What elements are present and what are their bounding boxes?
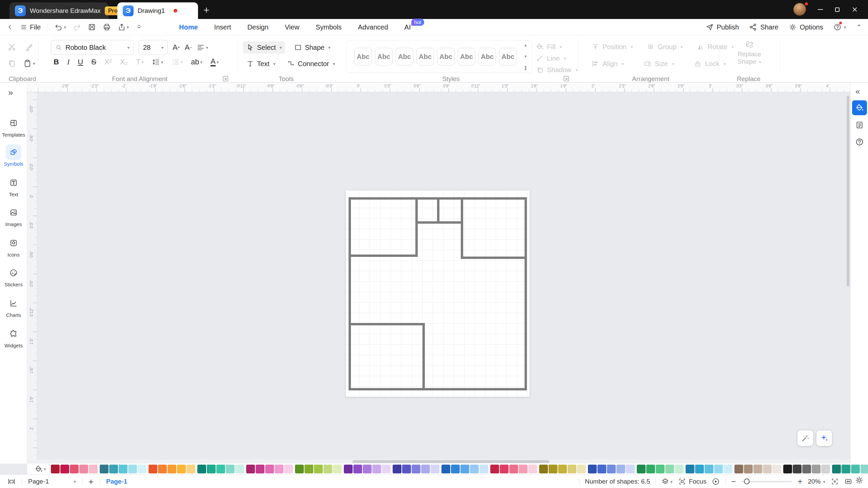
color-swatch[interactable] [832, 465, 841, 473]
menu-insert[interactable]: Insert [214, 23, 231, 31]
color-swatch[interactable] [744, 465, 753, 473]
color-swatch[interactable] [577, 465, 586, 473]
color-swatch[interactable] [60, 465, 69, 473]
select-tool-button[interactable]: Select▾ [243, 41, 285, 54]
horizontal-scrollbar-thumb[interactable] [353, 460, 549, 463]
color-swatch[interactable] [528, 465, 537, 473]
color-swatch[interactable] [851, 465, 860, 473]
style-preset-6[interactable]: Abc [458, 48, 475, 65]
color-swatch[interactable] [753, 465, 762, 473]
lock-button[interactable]: Lock▾ [694, 60, 726, 68]
page-tab-active[interactable]: Page-1 [106, 478, 127, 485]
page-settings-panel-button[interactable] [855, 121, 864, 131]
color-swatch[interactable] [235, 465, 244, 473]
back-icon[interactable] [7, 24, 14, 30]
text-style-ab-button[interactable]: ab▾ [191, 58, 202, 66]
color-swatch[interactable] [119, 465, 127, 473]
color-swatch[interactable] [323, 465, 332, 473]
align-button[interactable]: Align▾ [591, 60, 624, 68]
color-swatch[interactable] [353, 465, 362, 473]
color-swatch[interactable] [89, 465, 98, 473]
collapse-ribbon-button[interactable]: ⌃ [856, 23, 862, 31]
font-size-select[interactable]: 28 ▾ [139, 40, 168, 55]
style-scroll-up[interactable]: ▴ [524, 42, 527, 47]
sidebar-item-templates[interactable]: Templates [0, 115, 27, 138]
format-painter-icon[interactable] [24, 43, 33, 52]
subscript-button[interactable]: X₂ [120, 58, 128, 66]
color-swatch[interactable] [626, 465, 635, 473]
replace-shape-button[interactable]: Replace Shape ▾ [726, 40, 773, 65]
ai-assistant-button[interactable] [816, 430, 832, 446]
user-avatar[interactable] [793, 3, 806, 16]
color-swatch[interactable] [734, 465, 743, 473]
sidebar-item-symbols[interactable]: Symbols [0, 144, 27, 167]
color-swatch[interactable] [344, 465, 353, 473]
shape-tool-button[interactable]: Shape▾ [294, 43, 330, 52]
sidebar-item-icons[interactable]: Icons [0, 235, 27, 258]
bold-button[interactable]: B [54, 58, 59, 66]
color-swatch[interactable] [167, 465, 176, 473]
color-swatch[interactable] [314, 465, 323, 473]
tab-home-edrawmax[interactable]: Э Wondershare EdrawMax Pro [9, 2, 108, 19]
menu-symbols[interactable]: Symbols [316, 23, 342, 31]
color-swatch[interactable] [412, 465, 420, 473]
color-swatch[interactable] [51, 465, 60, 473]
color-swatch[interactable] [186, 465, 195, 473]
style-preset-8[interactable]: Abc [499, 48, 517, 65]
color-swatch[interactable] [646, 465, 655, 473]
fill-button[interactable]: Fill▾ [536, 43, 562, 51]
color-swatch[interactable] [207, 465, 216, 473]
color-swatch[interactable] [265, 465, 274, 473]
color-swatch[interactable] [470, 465, 479, 473]
color-swatch[interactable] [597, 465, 606, 473]
color-swatch[interactable] [588, 465, 597, 473]
color-swatch[interactable] [705, 465, 713, 473]
color-swatch[interactable] [216, 465, 225, 473]
style-scroll-down[interactable]: ▾ [524, 54, 527, 59]
help-button[interactable]: ▾ [833, 23, 846, 31]
color-swatch[interactable] [549, 465, 557, 473]
text-case-button[interactable]: T▾ [136, 58, 144, 66]
color-swatch[interactable] [479, 465, 488, 473]
color-swatch[interactable] [724, 465, 732, 473]
cut-icon[interactable] [7, 43, 16, 52]
color-swatch[interactable] [772, 465, 781, 473]
style-preset-3[interactable]: Abc [396, 48, 413, 65]
color-swatch[interactable] [812, 465, 821, 473]
sidebar-item-images[interactable]: Images [0, 205, 27, 227]
color-swatch[interactable] [656, 465, 665, 473]
color-swatch[interactable] [539, 465, 548, 473]
color-swatch[interactable] [149, 465, 157, 473]
color-swatch[interactable] [637, 465, 646, 473]
color-swatch[interactable] [70, 465, 79, 473]
style-preset-5[interactable]: Abc [437, 48, 455, 65]
magic-adjust-button[interactable] [797, 430, 813, 446]
style-preset-1[interactable]: Abc [354, 48, 372, 65]
color-swatch[interactable] [714, 465, 723, 473]
italic-button[interactable]: I [67, 58, 70, 66]
close-button[interactable] [847, 0, 863, 19]
connector-tool-button[interactable]: Connector▾ [287, 60, 335, 68]
color-swatch[interactable] [421, 465, 430, 473]
wall-segment[interactable] [437, 200, 439, 224]
color-swatch[interactable] [372, 465, 381, 473]
sidebar-item-widgets[interactable]: Widgets [0, 326, 27, 348]
color-swatch[interactable] [197, 465, 206, 473]
settings-gear-icon[interactable] [855, 476, 864, 485]
drawing-canvas[interactable]: -0'9"-0'6"-0'3"0'0'3"0'6"0'9"0'12"1'3"1'… [27, 92, 850, 460]
sidebar-item-charts[interactable]: Charts [0, 296, 27, 318]
zoom-slider-knob[interactable] [744, 479, 750, 484]
new-tab-button[interactable]: + [203, 4, 210, 16]
sidebar-item-stickers[interactable]: Stickers [0, 265, 27, 287]
wall-segment[interactable] [351, 255, 418, 257]
color-swatch[interactable] [665, 465, 674, 473]
menu-ai[interactable]: AIhot [405, 23, 411, 31]
text-tool-button[interactable]: Text▾ [246, 60, 275, 68]
menu-view[interactable]: View [285, 23, 299, 31]
style-more-button[interactable]: ▾▾ [524, 66, 527, 71]
wall-segment[interactable] [416, 221, 463, 224]
vertical-scrollbar[interactable] [847, 96, 849, 286]
color-swatch[interactable] [490, 465, 499, 473]
line-spacing-button[interactable]: ▾ [152, 58, 163, 66]
zoom-in-button[interactable]: + [797, 477, 802, 486]
